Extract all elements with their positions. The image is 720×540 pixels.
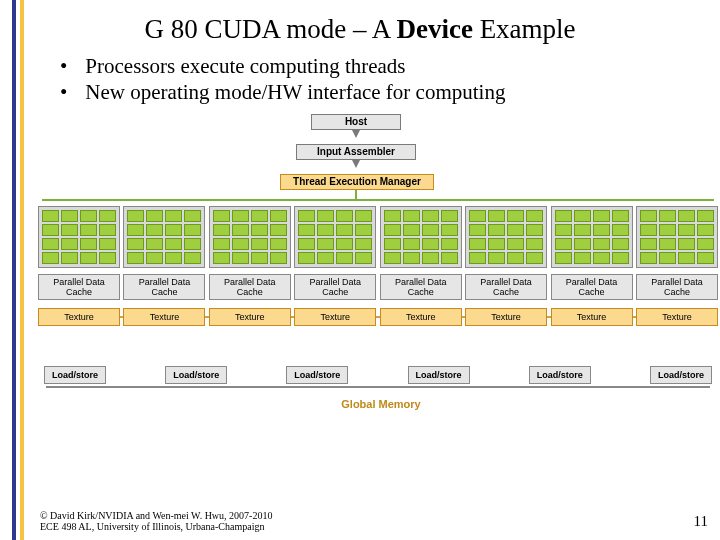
parallel-data-cache-box: Parallel Data Cache — [551, 274, 633, 300]
texture-box: Texture — [380, 308, 462, 326]
bus-line — [42, 199, 714, 201]
copyright: © David Kirk/NVIDIA and Wen-mei W. Hwu, … — [40, 510, 272, 532]
processor-block — [465, 206, 547, 268]
thread-execution-manager-box: Thread Execution Manager — [280, 174, 434, 190]
processor-block — [38, 206, 120, 268]
load-store-box: Load/store — [286, 366, 348, 384]
parallel-data-cache-box: Parallel Data Cache — [209, 274, 291, 300]
parallel-data-cache-box: Parallel Data Cache — [123, 274, 205, 300]
texture-row: TextureTextureTextureTextureTextureTextu… — [36, 308, 720, 326]
input-assembler-box: Input Assembler — [296, 144, 416, 160]
parallel-data-cache-box: Parallel Data Cache — [38, 274, 120, 300]
parallel-data-cache-box: Parallel Data Cache — [380, 274, 462, 300]
slide-accent-stripe — [12, 0, 24, 540]
texture-box: Texture — [465, 308, 547, 326]
processor-block — [636, 206, 718, 268]
arrow-down-icon — [352, 160, 360, 168]
bus-line — [46, 386, 710, 388]
bullet-item: Processors execute computing threads — [60, 53, 720, 79]
parallel-data-cache-row: Parallel Data CacheParallel Data CachePa… — [36, 274, 720, 300]
slide-title: G 80 CUDA mode – A Device Example — [0, 14, 720, 45]
texture-box: Texture — [123, 308, 205, 326]
load-store-box: Load/store — [408, 366, 470, 384]
load-store-box: Load/store — [529, 366, 591, 384]
host-box: Host — [311, 114, 401, 130]
global-memory-label: Global Memory — [256, 398, 506, 416]
processor-block — [380, 206, 462, 268]
parallel-data-cache-box: Parallel Data Cache — [636, 274, 718, 300]
page-number: 11 — [694, 513, 708, 530]
load-store-row: Load/storeLoad/storeLoad/storeLoad/store… — [44, 366, 712, 384]
bullet-item: New operating mode/HW interface for comp… — [60, 79, 720, 105]
diagram: Host Input Assembler Thread Execution Ma… — [36, 114, 720, 464]
processor-block — [209, 206, 291, 268]
bullet-list: Processors execute computing threads New… — [60, 53, 720, 106]
texture-box: Texture — [38, 308, 120, 326]
texture-box: Texture — [209, 308, 291, 326]
parallel-data-cache-box: Parallel Data Cache — [294, 274, 376, 300]
texture-box: Texture — [636, 308, 718, 326]
load-store-box: Load/store — [165, 366, 227, 384]
parallel-data-cache-box: Parallel Data Cache — [465, 274, 547, 300]
arrow-down-icon — [352, 130, 360, 138]
processor-row — [36, 206, 720, 268]
processor-block — [551, 206, 633, 268]
processor-block — [294, 206, 376, 268]
texture-box: Texture — [551, 308, 633, 326]
load-store-box: Load/store — [650, 366, 712, 384]
texture-box: Texture — [294, 308, 376, 326]
processor-block — [123, 206, 205, 268]
load-store-box: Load/store — [44, 366, 106, 384]
